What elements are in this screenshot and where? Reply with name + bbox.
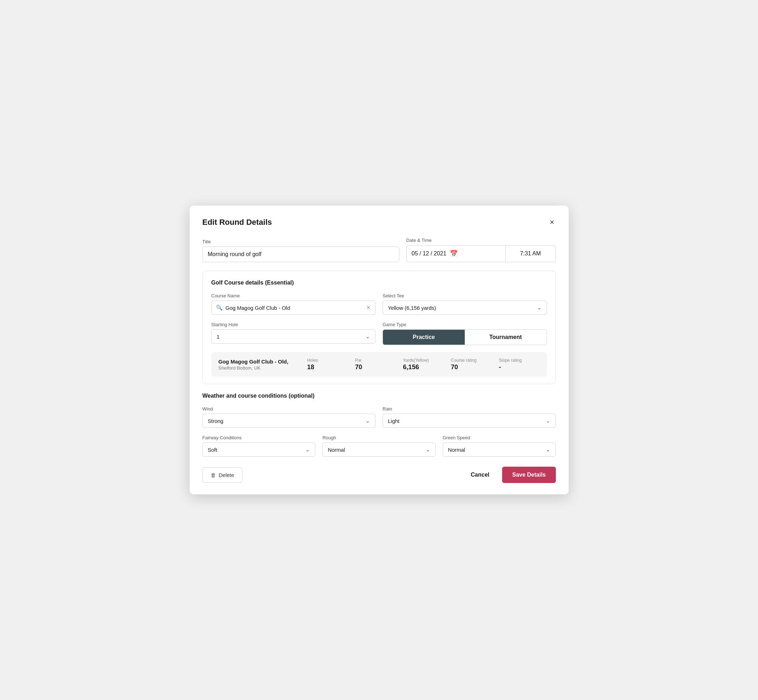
modal-title: Edit Round Details xyxy=(202,218,272,227)
search-icon: 🔍 xyxy=(216,305,223,311)
chevron-down-icon-rain: ⌄ xyxy=(546,417,551,424)
golf-section-title: Golf Course details (Essential) xyxy=(211,280,547,286)
cancel-button[interactable]: Cancel xyxy=(465,467,495,482)
close-button[interactable]: × xyxy=(548,217,556,228)
chevron-down-icon-2: ⌄ xyxy=(365,333,370,340)
course-stat-slope: Slope rating - xyxy=(492,358,540,371)
course-stat-yards: Yards(Yellow) 6,156 xyxy=(396,358,444,371)
wind-value: Strong xyxy=(208,418,224,424)
fairway-value: Soft xyxy=(208,447,218,453)
course-name-label: Course Name xyxy=(211,293,376,298)
slope-rating-label: Slope rating xyxy=(499,358,522,363)
wind-group: Wind Strong ⌄ xyxy=(202,406,376,428)
date-value: 05 / 12 / 2021 xyxy=(412,250,446,257)
wind-label: Wind xyxy=(202,406,376,411)
fairway-group: Fairway Conditions Soft ⌄ xyxy=(202,435,316,457)
fairway-label: Fairway Conditions xyxy=(202,435,316,441)
course-info-bar: Gog Magog Golf Club - Old, Shelford Bott… xyxy=(211,352,547,377)
course-info-name: Gog Magog Golf Club - Old, xyxy=(219,359,300,364)
rough-value: Normal xyxy=(328,447,345,453)
calendar-icon: 📅 xyxy=(450,250,458,258)
time-value: 7:31 AM xyxy=(520,250,541,257)
rough-group: Rough Normal ⌄ xyxy=(323,435,435,457)
rain-value: Light xyxy=(388,418,399,424)
course-stat-par: Par 70 xyxy=(348,358,396,371)
starting-hole-label: Starting Hole xyxy=(211,322,376,327)
time-part[interactable]: 7:31 AM xyxy=(506,245,556,262)
rain-group: Rain Light ⌄ xyxy=(382,406,556,428)
delete-label: Delete xyxy=(219,472,234,478)
modal-header: Edit Round Details × xyxy=(202,217,556,228)
rough-label: Rough xyxy=(323,435,435,441)
title-field-group: Title xyxy=(202,239,399,262)
clear-icon[interactable]: ✕ xyxy=(366,305,371,311)
yards-value: 6,156 xyxy=(403,364,419,371)
chevron-down-icon: ⌄ xyxy=(537,305,542,311)
footer-row: 🗑 Delete Cancel Save Details xyxy=(202,467,556,483)
game-type-label: Game Type xyxy=(382,322,547,327)
yards-label: Yards(Yellow) xyxy=(403,358,429,363)
fairway-dropdown[interactable]: Soft ⌄ xyxy=(202,442,316,457)
title-label: Title xyxy=(202,239,399,244)
course-name-input[interactable]: 🔍 Gog Magog Golf Club - Old ✕ xyxy=(211,300,376,315)
slope-rating-value: - xyxy=(499,364,501,371)
datetime-field-group: Date & Time 05 / 12 / 2021 📅 7:31 AM xyxy=(406,238,556,262)
green-speed-value: Normal xyxy=(448,447,465,453)
footer-right: Cancel Save Details xyxy=(465,467,556,483)
wind-dropdown[interactable]: Strong ⌄ xyxy=(202,414,376,428)
par-value: 70 xyxy=(355,364,362,371)
fairway-rough-green-row: Fairway Conditions Soft ⌄ Rough Normal ⌄… xyxy=(202,435,556,457)
course-stat-holes: Holes 18 xyxy=(300,358,348,371)
golf-course-section: Golf Course details (Essential) Course N… xyxy=(202,271,556,384)
course-name-value: Gog Magog Golf Club - Old xyxy=(226,305,364,311)
rough-dropdown[interactable]: Normal ⌄ xyxy=(323,442,435,457)
select-tee-group: Select Tee Yellow (6,156 yards) ⌄ xyxy=(382,293,547,315)
select-tee-value: Yellow (6,156 yards) xyxy=(388,305,436,311)
hole-gametype-row: Starting Hole 1 ⌄ Game Type Practice Tou… xyxy=(211,322,547,345)
wind-rain-row: Wind Strong ⌄ Rain Light ⌄ xyxy=(202,406,556,428)
chevron-down-icon-fairway: ⌄ xyxy=(305,446,310,453)
datetime-row: 05 / 12 / 2021 📅 7:31 AM xyxy=(406,245,556,262)
course-rating-label: Course rating xyxy=(451,358,476,363)
game-type-group: Game Type Practice Tournament xyxy=(382,322,547,345)
practice-button[interactable]: Practice xyxy=(383,330,465,345)
edit-round-modal: Edit Round Details × Title Date & Time 0… xyxy=(190,206,568,494)
top-row: Title Date & Time 05 / 12 / 2021 📅 7:31 … xyxy=(202,238,556,262)
datetime-label: Date & Time xyxy=(406,238,556,243)
course-name-group: Course Name 🔍 Gog Magog Golf Club - Old … xyxy=(211,293,376,315)
par-label: Par xyxy=(355,358,362,363)
date-part[interactable]: 05 / 12 / 2021 📅 xyxy=(407,245,506,262)
holes-value: 18 xyxy=(307,364,314,371)
select-tee-label: Select Tee xyxy=(382,293,547,298)
trash-icon: 🗑 xyxy=(211,472,216,478)
save-details-button[interactable]: Save Details xyxy=(502,467,556,483)
title-input[interactable] xyxy=(202,247,399,262)
tournament-button[interactable]: Tournament xyxy=(465,330,547,345)
chevron-down-icon-wind: ⌄ xyxy=(365,417,370,424)
weather-section-title: Weather and course conditions (optional) xyxy=(202,393,556,399)
chevron-down-icon-rough: ⌄ xyxy=(426,446,430,453)
holes-label: Holes xyxy=(307,358,318,363)
rain-dropdown[interactable]: Light ⌄ xyxy=(382,414,556,428)
starting-hole-dropdown[interactable]: 1 ⌄ xyxy=(211,330,376,344)
delete-button[interactable]: 🗑 Delete xyxy=(202,467,242,483)
chevron-down-icon-green: ⌄ xyxy=(546,446,551,453)
green-speed-group: Green Speed Normal ⌄ xyxy=(443,435,556,457)
course-info-location: Shelford Bottom, UK xyxy=(219,365,300,370)
weather-section: Weather and course conditions (optional)… xyxy=(202,393,556,457)
rain-label: Rain xyxy=(382,406,556,411)
game-type-toggle: Practice Tournament xyxy=(382,330,547,345)
starting-hole-group: Starting Hole 1 ⌄ xyxy=(211,322,376,345)
course-tee-row: Course Name 🔍 Gog Magog Golf Club - Old … xyxy=(211,293,547,315)
course-rating-value: 70 xyxy=(451,364,458,371)
starting-hole-value: 1 xyxy=(217,334,219,340)
course-info-name-block: Gog Magog Golf Club - Old, Shelford Bott… xyxy=(219,359,300,370)
green-speed-dropdown[interactable]: Normal ⌄ xyxy=(443,442,556,457)
course-stat-rating: Course rating 70 xyxy=(444,358,492,371)
select-tee-dropdown[interactable]: Yellow (6,156 yards) ⌄ xyxy=(382,300,547,315)
green-speed-label: Green Speed xyxy=(443,435,556,441)
